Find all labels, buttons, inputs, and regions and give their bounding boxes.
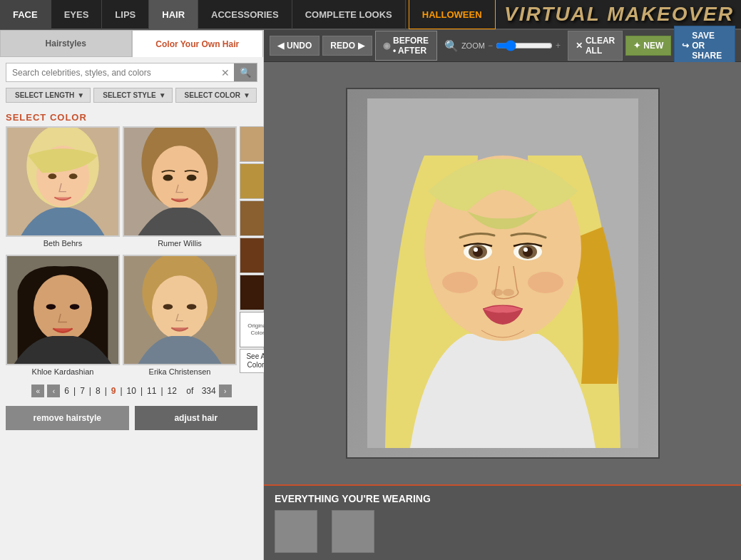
celeb-card-rumer[interactable]: Rumer Willis	[123, 126, 237, 252]
svg-point-28	[474, 248, 478, 252]
first-page-btn[interactable]: «	[31, 385, 44, 397]
svg-point-29	[523, 248, 528, 252]
page-10[interactable]: 10	[126, 386, 138, 396]
action-buttons: remove hairstyle adjust hair	[0, 402, 263, 437]
redo-button[interactable]: REDO ▶	[322, 36, 372, 56]
sub-tab-color-own[interactable]: Color Your Own Hair	[132, 30, 264, 57]
adjust-hair-button[interactable]: adjust hair	[135, 406, 258, 430]
page-6[interactable]: 6	[63, 386, 71, 396]
celeb-card-beth[interactable]: Beth Behrs	[6, 126, 120, 252]
svg-point-30	[491, 289, 503, 296]
svg-point-31	[503, 289, 514, 296]
svg-point-12	[46, 304, 56, 310]
before-after-icon: ◉	[383, 41, 390, 51]
page-9-current[interactable]: 9	[110, 386, 118, 396]
celeb-card-erika[interactable]: Erika Christensen	[123, 255, 237, 380]
new-icon: ✦	[633, 41, 640, 51]
search-bar: ✕ 🔍	[6, 63, 257, 82]
toolbar: ◀ UNDO REDO ▶ ◉ BEFORE • AFTER 🔍 ZOOM − …	[264, 30, 741, 62]
nav-tab-face[interactable]: FACE	[0, 0, 51, 29]
page-8[interactable]: 8	[94, 386, 102, 396]
filter-style[interactable]: SELECT STYLE ▼	[93, 88, 172, 103]
celeb-card-khloe[interactable]: Khloe Kardashian	[6, 255, 120, 380]
celeb-img-beth	[6, 126, 120, 237]
zoom-label: ZOOM	[461, 41, 485, 50]
main-layout: Hairstyles Color Your Own Hair ✕ 🔍 SELEC…	[0, 30, 741, 560]
nav-tab-accessories[interactable]: ACCESSORIES	[198, 0, 292, 29]
redo-icon: ▶	[358, 41, 364, 51]
select-color-header: SELECT COLOR	[0, 108, 263, 126]
celeb-img-erika	[123, 255, 237, 365]
right-panel: ◀ UNDO REDO ▶ ◉ BEFORE • AFTER 🔍 ZOOM − …	[264, 30, 741, 560]
celeb-name-khloe: Khloe Kardashian	[32, 365, 94, 380]
portrait-background	[346, 88, 660, 459]
svg-point-33	[528, 272, 563, 293]
svg-point-32	[442, 272, 478, 293]
prev-page-btn[interactable]: ‹	[47, 385, 60, 397]
next-page-btn[interactable]: ›	[219, 385, 232, 397]
logo-area: VIRTUAL MAKEOVER	[496, 3, 741, 26]
zoom-slider[interactable]	[496, 40, 553, 51]
celebrity-grid-area: Beth Behrs	[6, 126, 257, 380]
filter-color[interactable]: SELECT COLOR ▼	[175, 88, 257, 103]
bottom-title: EVERYTHING YOU'RE WEARING	[275, 493, 730, 504]
undo-button[interactable]: ◀ UNDO	[270, 36, 320, 56]
svg-point-3	[48, 173, 57, 179]
bottom-section: EVERYTHING YOU'RE WEARING	[264, 484, 741, 560]
celeb-img-khloe	[6, 255, 120, 365]
save-icon: ↪	[682, 41, 689, 51]
nav-tab-hair[interactable]: HAIR	[149, 0, 198, 29]
zoom-area: 🔍 ZOOM − +	[440, 39, 565, 53]
save-share-button[interactable]: ↪ SAVE OR SHARE	[674, 26, 735, 66]
top-navigation: FACE EYES LIPS HAIR ACCESSORIES COMPLETE…	[0, 0, 741, 30]
left-panel: Hairstyles Color Your Own Hair ✕ 🔍 SELEC…	[0, 30, 264, 560]
nav-tab-complete-looks[interactable]: COMPLETE LOOKS	[292, 0, 406, 29]
celeb-img-rumer	[123, 126, 237, 237]
filter-length[interactable]: SELECT LENGTH ▼	[6, 88, 91, 103]
clear-all-button[interactable]: ✕ CLEAR ALL	[568, 31, 623, 61]
portrait-area	[264, 62, 741, 484]
undo-icon: ◀	[277, 41, 284, 51]
svg-point-8	[163, 175, 173, 181]
new-button[interactable]: ✦ NEW	[625, 36, 671, 56]
filter-row: SELECT LENGTH ▼ SELECT STYLE ▼ SELECT CO…	[6, 88, 257, 103]
sub-tab-hairstyles[interactable]: Hairstyles	[0, 30, 132, 57]
search-clear-icon[interactable]: ✕	[217, 64, 234, 81]
portrait-svg	[367, 98, 638, 448]
bottom-item-1	[275, 510, 317, 553]
celeb-name-erika: Erika Christensen	[149, 365, 211, 380]
svg-point-4	[69, 173, 78, 179]
remove-hairstyle-button[interactable]: remove hairstyle	[6, 406, 129, 430]
zoom-icon: 🔍	[444, 39, 459, 53]
svg-point-17	[163, 304, 173, 310]
page-11[interactable]: 11	[145, 386, 158, 396]
search-button[interactable]: 🔍	[234, 63, 257, 81]
bottom-item-2	[332, 510, 374, 553]
svg-point-18	[187, 304, 197, 310]
celeb-name-rumer: Rumer Willis	[158, 237, 202, 252]
total-pages: 334	[202, 386, 216, 396]
pagination: « ‹ 6 | 7 | 8 | 9 | 10 | 11 | 12 of 334 …	[0, 380, 263, 402]
celeb-name-beth: Beth Behrs	[44, 237, 82, 252]
search-input[interactable]	[6, 64, 217, 81]
nav-tab-halloween[interactable]: HALLOWEEN	[409, 0, 496, 29]
svg-point-13	[70, 304, 80, 310]
sub-tabs: Hairstyles Color Your Own Hair	[0, 30, 263, 57]
bottom-items	[275, 510, 730, 553]
app-logo: VIRTUAL MAKEOVER	[504, 3, 734, 26]
celeb-grid: Beth Behrs	[6, 126, 237, 380]
nav-tab-lips[interactable]: LIPS	[102, 0, 149, 29]
clear-icon: ✕	[576, 41, 583, 51]
page-7[interactable]: 7	[78, 386, 86, 396]
before-after-button[interactable]: ◉ BEFORE • AFTER	[375, 31, 437, 61]
nav-tab-eyes[interactable]: EYES	[51, 0, 103, 29]
svg-point-9	[187, 175, 197, 181]
page-12[interactable]: 12	[166, 386, 178, 396]
